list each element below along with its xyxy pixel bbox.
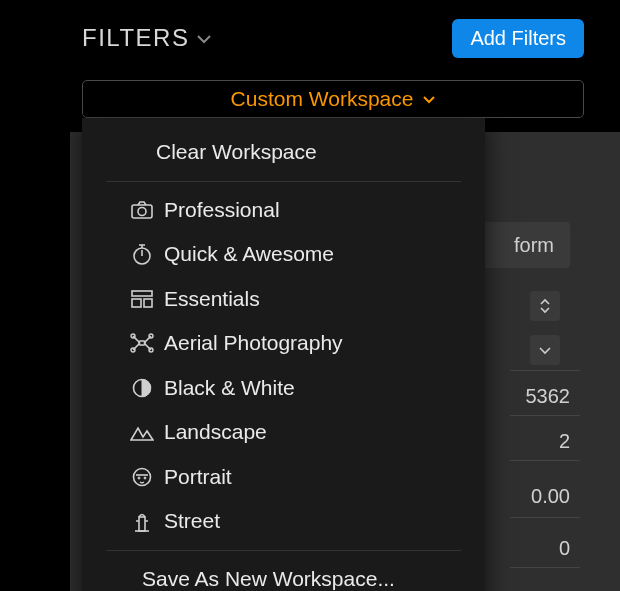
divider [510,460,580,461]
property-row [530,288,560,324]
svg-rect-4 [132,299,141,307]
property-row: 2 [510,423,570,459]
property-row: 0.00 [510,478,570,514]
divider [510,370,580,371]
svg-point-14 [144,477,146,479]
chevron-down-icon [423,95,435,104]
menu-item-label: Street [164,505,220,538]
menu-item-label: Black & White [164,372,295,405]
divider [510,567,580,568]
svg-rect-5 [144,299,152,307]
property-row: 5362 [510,378,570,414]
menu-item-aerial[interactable]: Aerial Photography [82,321,485,366]
dropdown-button[interactable] [530,335,560,365]
workspace-selector[interactable]: Custom Workspace [82,80,584,118]
menu-item-clear[interactable]: Clear Workspace [82,130,485,175]
workspace-menu: Clear Workspace Professional Quick & Awe… [82,118,485,591]
value-fragment: 5362 [510,385,570,408]
divider [510,415,580,416]
menu-item-label: Portrait [164,461,232,494]
stopwatch-icon [130,242,154,266]
add-filters-button[interactable]: Add Filters [452,19,584,58]
svg-point-1 [138,207,146,215]
menu-item-label: Professional [164,194,280,227]
svg-rect-3 [132,291,152,296]
menu-divider [106,550,461,551]
stepper-button[interactable] [530,291,560,321]
value-fragment: 2 [510,430,570,453]
menu-divider [106,181,461,182]
title-text: FILTERS [82,24,189,52]
workspace-label: Custom Workspace [231,87,414,111]
menu-item-label: Save As New Workspace... [142,563,395,591]
property-row [530,332,560,368]
section-label-fragment: form [514,234,554,257]
menu-item-landscape[interactable]: Landscape [82,410,485,455]
camera-icon [130,198,154,222]
chevron-down-icon [197,34,211,44]
value-text: 0.00 [510,485,570,508]
contrast-icon [130,376,154,400]
menu-item-portrait[interactable]: Portrait [82,455,485,500]
value-text: 0 [510,537,570,560]
menu-item-essentials[interactable]: Essentials [82,277,485,322]
menu-item-label: Clear Workspace [156,136,317,169]
menu-item-label: Landscape [164,416,267,449]
menu-item-save-workspace[interactable]: Save As New Workspace... [82,557,485,591]
layout-icon [130,287,154,311]
menu-item-bw[interactable]: Black & White [82,366,485,411]
menu-item-label: Aerial Photography [164,327,343,360]
face-icon [130,465,154,489]
divider [510,517,580,518]
svg-point-13 [138,477,140,479]
menu-item-label: Quick & Awesome [164,238,334,271]
menu-item-professional[interactable]: Professional [82,188,485,233]
hydrant-icon [130,510,154,534]
property-row: 0 [510,530,570,566]
svg-rect-15 [139,517,145,531]
menu-item-quick-awesome[interactable]: Quick & Awesome [82,232,485,277]
mountain-icon [130,421,154,445]
panel-title[interactable]: FILTERS [82,24,211,52]
menu-item-label: Essentials [164,283,260,316]
menu-item-street[interactable]: Street [82,499,485,544]
drone-icon [130,331,154,355]
